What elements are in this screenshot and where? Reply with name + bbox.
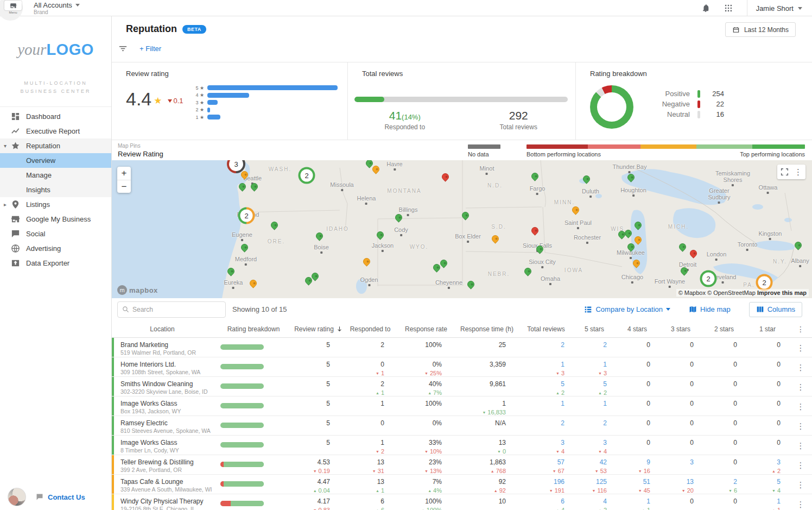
row-more-options-icon[interactable]: ⋮ — [789, 475, 812, 494]
map-cluster[interactable]: 2 — [299, 167, 315, 184]
column-header-2-stars[interactable]: 2 stars — [702, 325, 746, 333]
sidebar-item-listings[interactable]: ▸Listings — [0, 197, 111, 212]
hide-map-button[interactable]: Hide map — [689, 305, 731, 313]
review-count-link[interactable]: 1 — [746, 498, 781, 505]
sidebar-item-executive-report[interactable]: Executive Report — [0, 124, 111, 138]
review-count-link[interactable]: 125 — [573, 478, 607, 486]
review-count-link[interactable]: 3 — [746, 458, 781, 466]
fullscreen-icon[interactable] — [781, 168, 789, 176]
zoom-out-button[interactable]: − — [117, 180, 131, 193]
avatar[interactable] — [8, 488, 26, 506]
column-header-5-stars[interactable]: 5 stars — [573, 325, 616, 333]
review-count-link[interactable]: 2 — [702, 478, 737, 486]
orange-map-pin[interactable] — [363, 257, 371, 266]
compare-by-location-dropdown[interactable]: Compare by Location — [584, 305, 670, 313]
table-row[interactable]: Ramsey Electric810 Steeves Avenue, Spoka… — [112, 416, 812, 436]
map-cluster[interactable]: 2 — [756, 274, 773, 291]
review-count-link[interactable]: 2 — [519, 341, 564, 349]
row-more-options-icon[interactable]: ⋮ — [789, 338, 812, 357]
table-row[interactable]: Windy City Physical Therapy19-2105 8th S… — [112, 494, 812, 510]
review-count-link[interactable]: 1 — [573, 361, 607, 368]
apps-grid-icon[interactable] — [724, 4, 733, 12]
green-map-pin[interactable] — [250, 182, 259, 191]
filter-icon[interactable] — [118, 44, 128, 53]
column-header-response-time-h[interactable]: Response time (h) — [455, 325, 519, 333]
review-count-link[interactable]: 1 — [519, 361, 564, 368]
table-row[interactable]: Image Works GlassBox 1943, Jackson, WY51… — [112, 396, 812, 416]
row-more-options-icon[interactable]: ⋮ — [789, 494, 812, 510]
sidebar-item-google-my-business[interactable]: Google My Business — [0, 212, 111, 226]
orange-map-pin[interactable] — [572, 206, 580, 215]
review-count-link[interactable]: 5 — [746, 478, 781, 486]
review-count-link[interactable]: 6 — [519, 498, 564, 505]
review-count-link[interactable]: 57 — [519, 458, 564, 466]
sidebar-item-overview[interactable]: Overview — [0, 153, 111, 168]
map-cluster[interactable]: 2 — [700, 270, 717, 287]
green-map-pin[interactable] — [304, 276, 313, 285]
map-attribution[interactable]: © Mapbox © OpenStreetMap Improve this ma… — [676, 289, 809, 297]
sidebar-item-manage[interactable]: Manage — [0, 168, 111, 182]
account-selector[interactable]: All Accounts Brand — [34, 1, 80, 15]
row-more-options-icon[interactable]: ⋮ — [789, 377, 812, 396]
green-map-pin[interactable] — [240, 243, 249, 252]
orange-map-pin[interactable] — [240, 171, 249, 179]
map-more-options-icon[interactable]: ⋮ — [794, 167, 802, 177]
zoom-in-button[interactable]: + — [117, 167, 131, 180]
green-map-pin[interactable] — [376, 231, 385, 240]
green-map-pin[interactable] — [794, 241, 803, 250]
green-map-pin[interactable] — [238, 182, 247, 191]
date-range-button[interactable]: Last 12 Months — [725, 22, 796, 37]
columns-button[interactable]: Columns — [749, 302, 802, 317]
review-count-link[interactable]: 51 — [616, 478, 650, 486]
column-header-review-rating[interactable]: Review rating — [294, 325, 343, 333]
table-header-more-icon[interactable]: ⋮ — [789, 325, 812, 333]
orange-map-pin[interactable] — [372, 165, 380, 174]
review-count-link[interactable]: 5 — [573, 380, 607, 388]
green-map-pin[interactable] — [627, 243, 636, 251]
column-header-response-rate[interactable]: Response rate — [397, 325, 455, 333]
column-header-location[interactable]: Location — [112, 325, 213, 333]
green-map-pin[interactable] — [524, 267, 532, 276]
green-map-pin[interactable] — [461, 211, 470, 220]
orange-map-pin[interactable] — [632, 259, 641, 268]
sidebar-item-data-exporter[interactable]: Data Exporter — [0, 256, 111, 270]
sidebar-item-dashboard[interactable]: Dashboard — [0, 109, 111, 124]
row-more-options-icon[interactable]: ⋮ — [789, 416, 812, 435]
review-count-link[interactable]: 2 — [573, 341, 607, 349]
column-header-total-reviews[interactable]: Total reviews — [519, 325, 573, 333]
red-map-pin[interactable] — [689, 249, 698, 258]
search-input[interactable] — [132, 306, 221, 313]
green-map-pin[interactable] — [627, 173, 636, 182]
review-count-link[interactable]: 9 — [616, 458, 650, 466]
green-map-pin[interactable] — [582, 175, 591, 184]
green-map-pin[interactable] — [531, 172, 540, 181]
green-map-pin[interactable] — [536, 245, 544, 254]
orange-map-pin[interactable] — [491, 235, 500, 243]
table-row[interactable]: Home Interiors Ltd.309 108th Street, Spo… — [112, 357, 812, 377]
green-map-pin[interactable] — [680, 267, 689, 275]
review-count-link[interactable]: 13 — [659, 478, 694, 486]
green-map-pin[interactable] — [624, 229, 633, 238]
row-more-options-icon[interactable]: ⋮ — [789, 396, 812, 415]
review-count-link[interactable]: 1 — [519, 400, 564, 407]
green-map-pin[interactable] — [395, 213, 403, 222]
green-map-pin[interactable] — [467, 280, 475, 289]
review-count-link[interactable]: 1 — [616, 498, 650, 505]
contact-us-link[interactable]: Contact Us — [36, 493, 85, 501]
user-menu[interactable]: Jamie Short — [747, 0, 812, 16]
review-count-link[interactable]: 3 — [519, 439, 564, 446]
sidebar-item-advertising[interactable]: Advertising — [0, 241, 111, 256]
column-header-responded-to[interactable]: Responded to — [343, 325, 397, 333]
review-count-link[interactable]: 3 — [573, 439, 607, 446]
green-map-pin[interactable] — [227, 267, 236, 276]
review-count-link[interactable]: 196 — [519, 478, 564, 486]
green-map-pin[interactable] — [678, 243, 687, 251]
table-row[interactable]: Smiths Window Cleaning302-3220 Skyview L… — [112, 377, 812, 396]
sidebar-item-social[interactable]: Social — [0, 226, 111, 241]
review-count-link[interactable]: 42 — [573, 458, 607, 466]
table-row[interactable]: Tapas Cafe & Lounge339 Avenue A South, M… — [112, 475, 812, 494]
map-cluster[interactable]: 2 — [238, 207, 255, 224]
row-more-options-icon[interactable]: ⋮ — [789, 455, 812, 474]
row-more-options-icon[interactable]: ⋮ — [789, 357, 812, 376]
review-count-link[interactable]: 2 — [573, 419, 607, 427]
